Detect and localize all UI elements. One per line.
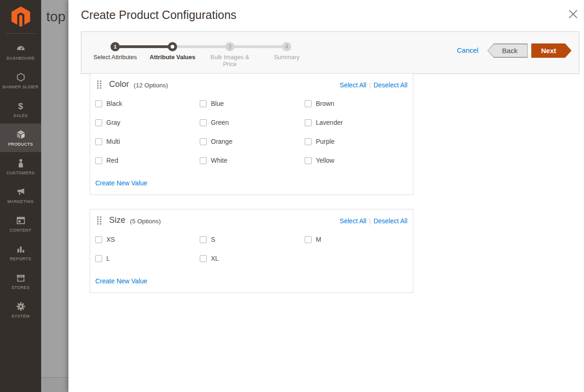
back-button-label: Back	[488, 44, 527, 57]
dimmed-page-backdrop: top	[41, 0, 68, 392]
close-icon[interactable]	[567, 8, 579, 20]
option-gray[interactable]: Gray	[95, 119, 200, 126]
option-m[interactable]: M	[305, 236, 407, 243]
background-page-title: top	[46, 9, 68, 24]
marketing-icon	[16, 186, 26, 197]
checkbox[interactable]	[200, 255, 207, 262]
step-label-attribute-values: Attribute Values	[142, 54, 203, 61]
link-separator: |	[369, 217, 371, 225]
next-button[interactable]: Next	[531, 43, 572, 58]
checkbox[interactable]	[95, 157, 102, 164]
sidebar-item-system[interactable]: SYSTEM	[0, 295, 41, 324]
checkbox[interactable]	[200, 100, 207, 107]
checkbox[interactable]	[95, 236, 102, 243]
option-xl[interactable]: XL	[200, 255, 305, 262]
select-all-link[interactable]: Select All	[340, 81, 367, 89]
option-white[interactable]: White	[200, 157, 305, 164]
sidebar-item-label: BANNER SLIDER	[3, 85, 39, 89]
sidebar-item-label: SALES	[13, 113, 28, 118]
step-number: 3	[228, 43, 232, 50]
sales-icon: $	[18, 100, 23, 111]
checkbox[interactable]	[95, 100, 102, 107]
step-label-bulk-images-price: Bulk Images & Price	[207, 54, 253, 67]
magento-logo[interactable]	[0, 0, 41, 33]
step-indicator-attribute-values[interactable]	[168, 42, 177, 51]
sidebar-item-marketing[interactable]: MARKETING	[0, 181, 41, 209]
current-step-dot	[171, 45, 174, 49]
magento-logo-icon	[9, 6, 32, 27]
content-icon	[16, 215, 26, 226]
sidebar-item-products[interactable]: PRODUCTS	[0, 123, 41, 152]
deselect-all-link[interactable]: Deselect All	[374, 81, 407, 89]
step-label-select-attributes: Select Attributes	[85, 54, 145, 61]
checkbox[interactable]	[305, 138, 312, 145]
option-purple[interactable]: Purple	[305, 138, 407, 145]
sidebar-divider	[6, 33, 35, 34]
attribute-options-grid: XS S M L XL	[90, 225, 413, 262]
modal-title: Create Product Configurations	[68, 0, 584, 22]
system-icon	[16, 301, 26, 312]
drag-handle-icon[interactable]	[97, 80, 102, 89]
admin-sidebar: DASHBOARD BANNER SLIDER $ SALES PRODUCTS…	[0, 0, 41, 392]
step-connector-upcoming	[230, 45, 287, 48]
checkbox[interactable]	[305, 100, 312, 107]
step-number: 4	[285, 43, 289, 50]
checkbox[interactable]	[200, 157, 207, 164]
drag-handle-icon[interactable]	[97, 216, 102, 225]
option-black[interactable]: Black	[95, 100, 200, 107]
checkbox[interactable]	[95, 119, 102, 126]
option-green[interactable]: Green	[200, 119, 305, 126]
attribute-name: Color	[109, 80, 129, 89]
attribute-name: Size	[109, 215, 125, 225]
wizard-steps-bar: 1 3 4 Select Attributes Attribute Values…	[81, 31, 579, 74]
option-xs[interactable]: XS	[95, 236, 200, 243]
products-icon	[16, 129, 26, 140]
step-indicator-bulk-images-price[interactable]: 3	[225, 42, 234, 51]
sidebar-item-label: STORES	[12, 285, 30, 290]
select-all-link[interactable]: Select All	[340, 217, 367, 225]
sidebar-item-reports[interactable]: REPORTS	[0, 238, 41, 267]
sidebar-item-banner-slider[interactable]: BANNER SLIDER	[0, 66, 41, 95]
checkbox[interactable]	[95, 138, 102, 145]
sidebar-item-dashboard[interactable]: DASHBOARD	[0, 37, 41, 66]
option-blue[interactable]: Blue	[200, 100, 305, 107]
checkbox[interactable]	[305, 236, 312, 243]
option-orange[interactable]: Orange	[200, 138, 305, 145]
sidebar-item-label: MARKETING	[7, 199, 34, 204]
sidebar-item-customers[interactable]: CUSTOMERS	[0, 152, 41, 181]
deselect-all-link[interactable]: Deselect All	[374, 217, 407, 225]
option-yellow[interactable]: Yellow	[305, 157, 407, 164]
option-lavender[interactable]: Lavender	[305, 119, 407, 126]
attribute-options-count: (5 Options)	[130, 216, 161, 225]
checkbox[interactable]	[95, 255, 102, 262]
cancel-button[interactable]: Cancel	[457, 43, 479, 57]
option-l[interactable]: L	[95, 255, 200, 262]
checkbox[interactable]	[200, 119, 207, 126]
step-indicator-select-attributes[interactable]: 1	[111, 42, 120, 51]
customers-icon	[16, 158, 26, 169]
create-new-value-link[interactable]: Create New Value	[95, 179, 148, 187]
create-new-value-link[interactable]: Create New Value	[95, 277, 148, 285]
attribute-card-color: Color (12 Options) Select All|Deselect A…	[90, 73, 413, 195]
option-brown[interactable]: Brown	[305, 100, 407, 107]
sidebar-item-sales[interactable]: $ SALES	[0, 95, 41, 123]
create-product-configurations-modal: Create Product Configurations 1 3 4 Sele…	[68, 0, 584, 392]
checkbox[interactable]	[200, 236, 207, 243]
attribute-options-grid: Black Blue Brown Gray Green Lavender Mul…	[90, 89, 413, 164]
step-indicator-summary[interactable]: 4	[282, 42, 291, 51]
sidebar-item-stores[interactable]: STORES	[0, 267, 41, 295]
step-connector-upcoming	[172, 45, 230, 48]
step-number: 1	[114, 44, 117, 49]
sidebar-item-label: PRODUCTS	[8, 142, 33, 147]
back-button[interactable]: Back	[487, 43, 528, 58]
option-multi[interactable]: Multi	[95, 138, 200, 145]
checkbox[interactable]	[305, 119, 312, 126]
option-s[interactable]: S	[200, 236, 305, 243]
option-red[interactable]: Red	[95, 157, 200, 164]
stores-icon	[16, 272, 26, 283]
sidebar-item-content[interactable]: CONTENT	[0, 209, 41, 238]
sidebar-item-label: SYSTEM	[12, 314, 30, 318]
checkbox[interactable]	[200, 138, 207, 145]
checkbox[interactable]	[305, 157, 312, 164]
attribute-card-header: Color (12 Options) Select All|Deselect A…	[90, 74, 413, 89]
